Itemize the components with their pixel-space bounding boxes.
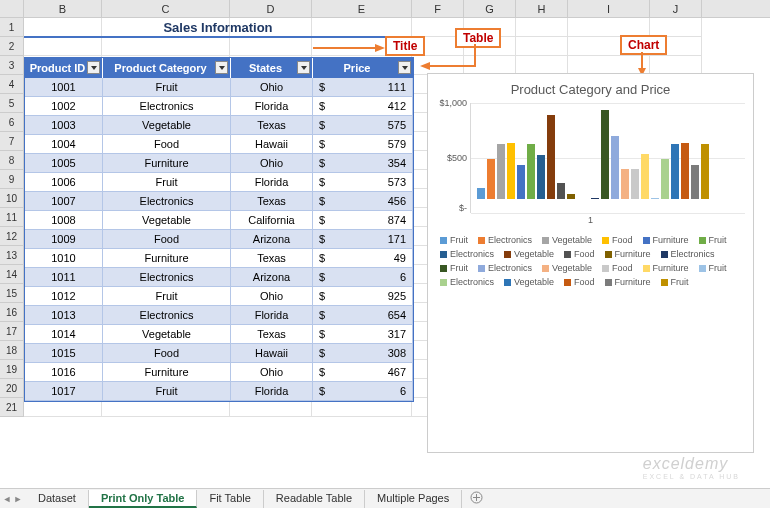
row-header[interactable]: 8: [0, 151, 24, 170]
cell[interactable]: Ohio: [231, 154, 313, 173]
cell[interactable]: 1017: [25, 382, 103, 401]
row-header[interactable]: 17: [0, 322, 24, 341]
sheet-tab[interactable]: Fit Table: [197, 490, 263, 508]
data-table[interactable]: Product ID Product Category States Price…: [24, 57, 414, 402]
th-price[interactable]: Price: [313, 58, 413, 78]
cell[interactable]: California: [231, 211, 313, 230]
table-row[interactable]: 1004FoodHawaii$579: [25, 135, 413, 154]
row-header[interactable]: 3: [0, 56, 24, 75]
cell[interactable]: [230, 37, 312, 56]
cell-price[interactable]: $308: [313, 344, 413, 363]
row-header[interactable]: 21: [0, 398, 24, 417]
cell[interactable]: Electronics: [103, 306, 231, 325]
col-header[interactable]: B: [24, 0, 102, 17]
table-row[interactable]: 1001FruitOhio$111: [25, 78, 413, 97]
cell-price[interactable]: $354: [313, 154, 413, 173]
chart[interactable]: Product Category and Price $1,000 $500 $…: [427, 73, 754, 453]
cell[interactable]: 1008: [25, 211, 103, 230]
table-row[interactable]: 1015FoodHawaii$308: [25, 344, 413, 363]
cell[interactable]: Furniture: [103, 249, 231, 268]
table-row[interactable]: 1017FruitFlorida$6: [25, 382, 413, 401]
cell[interactable]: 1006: [25, 173, 103, 192]
th-states[interactable]: States: [231, 58, 313, 78]
cell[interactable]: Vegetable: [103, 116, 231, 135]
cell[interactable]: Florida: [231, 173, 313, 192]
cell[interactable]: 1003: [25, 116, 103, 135]
row-header[interactable]: 15: [0, 284, 24, 303]
filter-dropdown-icon[interactable]: [297, 61, 310, 74]
cell-price[interactable]: $925: [313, 287, 413, 306]
row-header[interactable]: 5: [0, 94, 24, 113]
table-row[interactable]: 1003VegetableTexas$575: [25, 116, 413, 135]
cell[interactable]: Hawaii: [231, 135, 313, 154]
col-header[interactable]: F: [412, 0, 464, 17]
table-row[interactable]: 1010FurnitureTexas$49: [25, 249, 413, 268]
cell[interactable]: [516, 18, 568, 37]
row-header[interactable]: 4: [0, 75, 24, 94]
col-header[interactable]: J: [650, 0, 702, 17]
cell-price[interactable]: $874: [313, 211, 413, 230]
filter-dropdown-icon[interactable]: [87, 61, 100, 74]
row-header[interactable]: 13: [0, 246, 24, 265]
col-header[interactable]: D: [230, 0, 312, 17]
row-header[interactable]: 12: [0, 227, 24, 246]
cell[interactable]: Florida: [231, 382, 313, 401]
cell[interactable]: Florida: [231, 97, 313, 116]
cell[interactable]: 1015: [25, 344, 103, 363]
cell[interactable]: 1012: [25, 287, 103, 306]
cell[interactable]: Texas: [231, 192, 313, 211]
row-header[interactable]: 20: [0, 379, 24, 398]
cell[interactable]: [102, 37, 230, 56]
cell[interactable]: Texas: [231, 116, 313, 135]
th-product-id[interactable]: Product ID: [25, 58, 103, 78]
sheet-tab[interactable]: Readable Table: [264, 490, 365, 508]
cell-price[interactable]: $111: [313, 78, 413, 97]
sheet-tab[interactable]: Print Only Table: [89, 490, 198, 508]
cell-price[interactable]: $171: [313, 230, 413, 249]
row-header[interactable]: 19: [0, 360, 24, 379]
cell[interactable]: 1001: [25, 78, 103, 97]
cell-price[interactable]: $467: [313, 363, 413, 382]
table-row[interactable]: 1016FurnitureOhio$467: [25, 363, 413, 382]
cell[interactable]: Fruit: [103, 382, 231, 401]
cell[interactable]: Fruit: [103, 287, 231, 306]
cell[interactable]: Electronics: [103, 97, 231, 116]
sheet-tab[interactable]: Multiple Pages: [365, 490, 462, 508]
table-row[interactable]: 1007ElectronicsTexas$456: [25, 192, 413, 211]
cell[interactable]: 1002: [25, 97, 103, 116]
filter-dropdown-icon[interactable]: [215, 61, 228, 74]
col-header[interactable]: E: [312, 0, 412, 17]
cell[interactable]: 1004: [25, 135, 103, 154]
cell[interactable]: 1014: [25, 325, 103, 344]
cell[interactable]: Fruit: [103, 78, 231, 97]
row-header[interactable]: 16: [0, 303, 24, 322]
col-header[interactable]: C: [102, 0, 230, 17]
cell[interactable]: Furniture: [103, 154, 231, 173]
col-header[interactable]: H: [516, 0, 568, 17]
cell[interactable]: 1011: [25, 268, 103, 287]
table-row[interactable]: 1014VegetableTexas$317: [25, 325, 413, 344]
cell-price[interactable]: $654: [313, 306, 413, 325]
cell-price[interactable]: $456: [313, 192, 413, 211]
cell[interactable]: Ohio: [231, 363, 313, 382]
table-row[interactable]: 1005FurnitureOhio$354: [25, 154, 413, 173]
table-row[interactable]: 1011ElectronicsArizona$6: [25, 268, 413, 287]
cell[interactable]: Food: [103, 135, 231, 154]
cell[interactable]: Fruit: [103, 173, 231, 192]
cell-price[interactable]: $6: [313, 382, 413, 401]
tab-scroll-right-icon[interactable]: ►: [13, 492, 23, 506]
row-header[interactable]: 9: [0, 170, 24, 189]
cell[interactable]: Vegetable: [103, 325, 231, 344]
cell[interactable]: Texas: [231, 249, 313, 268]
cell-price[interactable]: $575: [313, 116, 413, 135]
table-row[interactable]: 1006FruitFlorida$573: [25, 173, 413, 192]
table-row[interactable]: 1013ElectronicsFlorida$654: [25, 306, 413, 325]
cell[interactable]: Food: [103, 344, 231, 363]
cell[interactable]: Food: [103, 230, 231, 249]
add-sheet-button[interactable]: [462, 489, 491, 508]
cell[interactable]: 1013: [25, 306, 103, 325]
cell-price[interactable]: $412: [313, 97, 413, 116]
cell[interactable]: [516, 37, 568, 56]
cell-price[interactable]: $317: [313, 325, 413, 344]
row-header[interactable]: 18: [0, 341, 24, 360]
